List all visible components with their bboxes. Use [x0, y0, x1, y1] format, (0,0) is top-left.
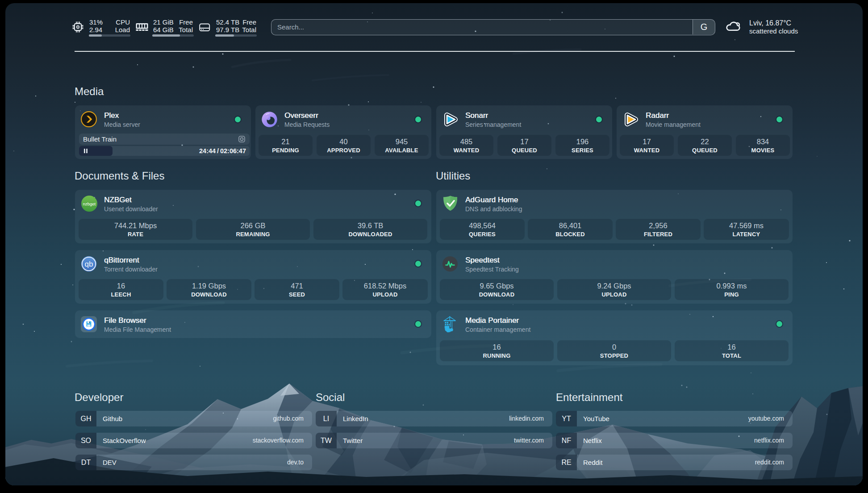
svg-text:qb: qb [85, 260, 93, 268]
svg-text:nzbget: nzbget [83, 201, 96, 206]
